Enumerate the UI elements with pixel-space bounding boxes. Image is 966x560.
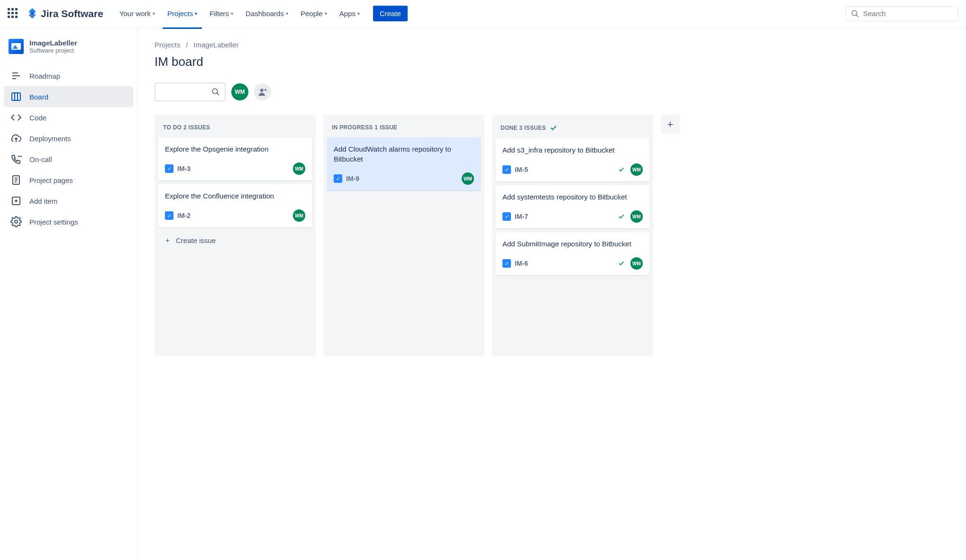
svg-point-11 [21, 156, 22, 157]
card-title: Add systemtests repository to Bitbucket [502, 192, 643, 202]
plus-icon: ＋ [665, 117, 675, 131]
breadcrumb-root[interactable]: Projects [155, 41, 180, 49]
nav-dashboards[interactable]: Dashboards▾ [241, 7, 293, 20]
svg-line-1 [856, 15, 858, 17]
project-type: Software project [29, 47, 77, 54]
breadcrumb: Projects / ImageLabeller [155, 41, 949, 49]
nav-filters[interactable]: Filters▾ [205, 7, 238, 20]
card-title: Add CloudWatch alarms repository to Bitb… [334, 144, 474, 164]
user-avatar[interactable]: WM [231, 83, 248, 100]
column-header[interactable]: IN PROGRESS 1 ISSUE [327, 120, 481, 137]
nav-apps[interactable]: Apps▾ [335, 7, 365, 20]
add-person-icon [258, 87, 267, 97]
assignee-avatar[interactable]: WM [293, 209, 305, 222]
gear-icon [10, 216, 22, 227]
card-footer: ✓ IM-2 WM [165, 209, 305, 222]
chevron-down-icon: ▾ [325, 11, 327, 16]
issue-card[interactable]: Explore the Confluence integration ✓ IM-… [158, 184, 312, 227]
nav-people[interactable]: People▾ [296, 7, 332, 20]
sidebar-item-project-pages[interactable]: Project pages [4, 170, 133, 190]
nav-items: Your work▾ Projects▾ Filters▾ Dashboards… [115, 6, 408, 21]
create-issue-label: Create issue [176, 236, 216, 244]
column-title: DONE 3 ISSUES [501, 125, 546, 131]
sidebar-item-code[interactable]: Code [4, 107, 133, 128]
sidebar: ImageLabeller Software project Roadmap B… [0, 27, 137, 560]
issue-card[interactable]: Add SubmitImage repository to Bitbucket … [496, 232, 649, 275]
sidebar-item-on-call[interactable]: On-call [4, 149, 133, 170]
chevron-down-icon: ▾ [357, 11, 360, 16]
page-icon [10, 174, 22, 186]
jira-logo-icon [27, 8, 38, 19]
sidebar-item-add-item[interactable]: Add item [4, 190, 133, 211]
task-icon: ✓ [334, 174, 342, 183]
code-icon [10, 112, 22, 123]
issue-card[interactable]: Add CloudWatch alarms repository to Bitb… [327, 137, 481, 190]
sidebar-item-deployments[interactable]: Deployments [4, 128, 133, 149]
issue-key: IM-5 [515, 166, 528, 173]
page-title: IM board [155, 54, 949, 69]
assignee-avatar[interactable]: WM [630, 163, 643, 176]
app-switcher-icon[interactable] [8, 8, 19, 19]
sidebar-item-project-settings[interactable]: Project settings [4, 211, 133, 232]
assignee-avatar[interactable]: WM [293, 163, 305, 175]
roadmap-icon [10, 70, 22, 81]
add-column-button[interactable]: ＋ [661, 115, 680, 134]
main-content: Projects / ImageLabeller IM board WM TO … [137, 27, 966, 560]
card-title: Explore the Confluence integration [165, 191, 305, 201]
card-title: Add SubmitImage repository to Bitbucket [502, 239, 643, 249]
sidebar-item-roadmap[interactable]: Roadmap [4, 65, 133, 86]
sidebar-item-label: Deployments [29, 135, 71, 143]
plus-icon: ＋ [164, 236, 171, 245]
board-toolbar: WM [155, 82, 949, 101]
breadcrumb-separator: / [186, 41, 188, 49]
board-search[interactable] [155, 82, 226, 101]
svg-point-0 [852, 10, 857, 16]
create-issue-button[interactable]: ＋ Create issue [158, 231, 312, 250]
card-footer: ✓ IM-6 WM [502, 257, 643, 270]
project-header: ImageLabeller Software project [4, 39, 133, 65]
issue-card[interactable]: Add s3_infra repository to Bitbucket ✓ I… [496, 138, 649, 181]
nav-projects[interactable]: Projects▾ [163, 7, 202, 20]
breadcrumb-current[interactable]: ImageLabeller [193, 41, 238, 49]
nav-your-work[interactable]: Your work▾ [115, 7, 160, 20]
sidebar-item-label: On-call [29, 155, 52, 163]
add-people-button[interactable] [254, 83, 271, 100]
board-icon [10, 91, 22, 102]
chevron-down-icon: ▾ [286, 11, 288, 16]
svg-rect-5 [12, 93, 20, 100]
sidebar-item-label: Board [29, 93, 48, 101]
column-header[interactable]: DONE 3 ISSUES [496, 120, 649, 138]
svg-point-9 [18, 156, 19, 157]
global-search[interactable] [846, 6, 958, 21]
task-icon: ✓ [165, 164, 173, 173]
sidebar-item-label: Project pages [29, 176, 73, 184]
create-button[interactable]: Create [373, 6, 408, 21]
sidebar-item-label: Roadmap [29, 72, 60, 80]
card-title: Explore the Opsgenie integration [165, 144, 305, 154]
search-input[interactable] [863, 9, 953, 18]
issue-card[interactable]: Explore the Opsgenie integration ✓ IM-3 … [158, 137, 312, 181]
cloud-upload-icon [10, 133, 22, 144]
sidebar-item-label: Add item [29, 197, 57, 205]
issue-card[interactable]: Add systemtests repository to Bitbucket … [496, 185, 649, 228]
column-header[interactable]: TO DO 2 ISSUES [158, 120, 312, 137]
card-footer: ✓ IM-5 WM [502, 163, 643, 176]
chevron-down-icon: ▾ [231, 11, 233, 16]
nav-label: Dashboards [246, 9, 284, 18]
svg-point-22 [260, 89, 264, 92]
board-search-input[interactable] [160, 89, 211, 96]
nav-label: Filters [210, 9, 229, 18]
add-item-icon [10, 195, 22, 207]
nav-label: Projects [167, 9, 193, 18]
svg-point-10 [20, 156, 20, 157]
task-icon: ✓ [502, 259, 511, 268]
assignee-avatar[interactable]: WM [462, 172, 474, 185]
task-icon: ✓ [165, 211, 173, 220]
sidebar-item-board[interactable]: Board [4, 86, 133, 107]
issue-key: IM-7 [515, 213, 528, 220]
assignee-avatar[interactable]: WM [630, 210, 643, 223]
jira-logo[interactable]: Jira Software [27, 8, 103, 19]
column-title: IN PROGRESS 1 ISSUE [332, 124, 397, 131]
assignee-avatar[interactable]: WM [630, 257, 643, 270]
issue-key: IM-3 [177, 165, 191, 172]
